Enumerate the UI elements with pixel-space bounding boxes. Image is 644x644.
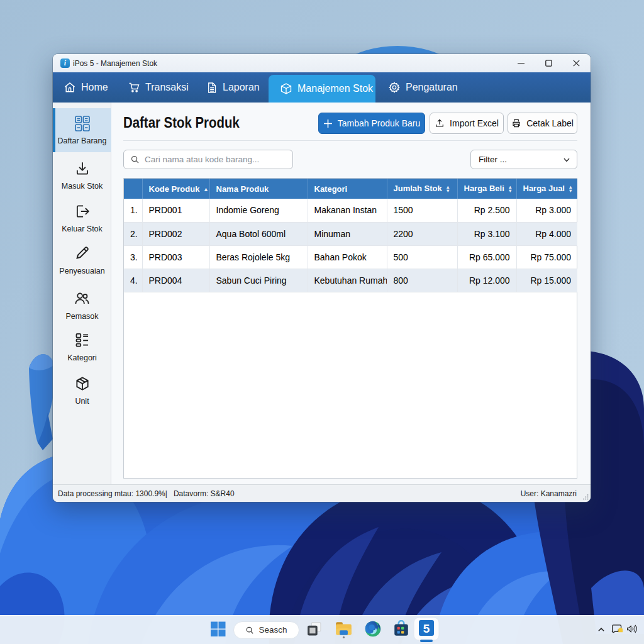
svg-text:5: 5 — [423, 622, 430, 635]
